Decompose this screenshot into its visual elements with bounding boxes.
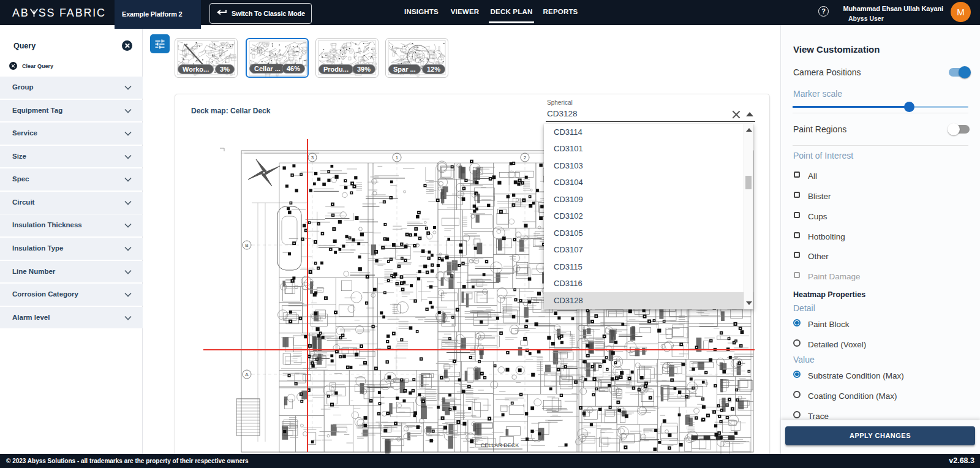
svg-text:2: 2 <box>524 155 527 160</box>
svg-text:A: A <box>245 372 249 377</box>
svg-text:1: 1 <box>396 155 399 160</box>
svg-text:3: 3 <box>311 155 314 160</box>
svg-text:B: B <box>245 243 248 248</box>
svg-text:CELLAR DECK: CELLAR DECK <box>481 442 519 448</box>
